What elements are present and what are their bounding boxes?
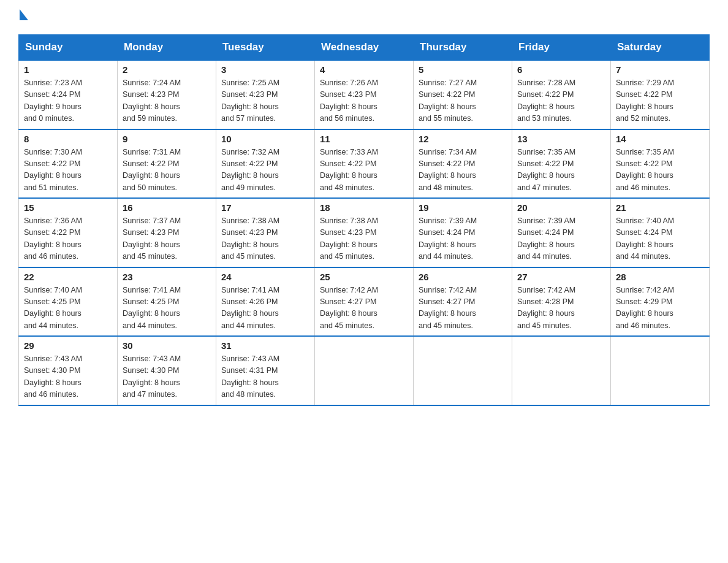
day-info: Sunrise: 7:43 AMSunset: 4:30 PMDaylight:… bbox=[24, 353, 112, 401]
calendar-cell: 24Sunrise: 7:41 AMSunset: 4:26 PMDayligh… bbox=[216, 267, 315, 337]
calendar-cell: 26Sunrise: 7:42 AMSunset: 4:27 PMDayligh… bbox=[414, 267, 512, 337]
day-info: Sunrise: 7:34 AMSunset: 4:22 PMDaylight:… bbox=[419, 147, 507, 194]
day-info: Sunrise: 7:43 AMSunset: 4:31 PMDaylight:… bbox=[221, 353, 309, 401]
day-info: Sunrise: 7:41 AMSunset: 4:25 PMDaylight:… bbox=[123, 285, 211, 332]
day-number: 18 bbox=[320, 202, 408, 213]
calendar-cell: 18Sunrise: 7:38 AMSunset: 4:23 PMDayligh… bbox=[315, 198, 414, 267]
day-info: Sunrise: 7:35 AMSunset: 4:22 PMDaylight:… bbox=[616, 147, 704, 194]
calendar-cell: 19Sunrise: 7:39 AMSunset: 4:24 PMDayligh… bbox=[414, 198, 512, 267]
calendar-week-row: 15Sunrise: 7:36 AMSunset: 4:22 PMDayligh… bbox=[19, 198, 710, 267]
calendar-cell: 22Sunrise: 7:40 AMSunset: 4:25 PMDayligh… bbox=[19, 267, 118, 337]
day-info: Sunrise: 7:36 AMSunset: 4:22 PMDaylight:… bbox=[24, 215, 112, 263]
weekday-header-wednesday: Wednesday bbox=[315, 35, 414, 61]
calendar-cell: 21Sunrise: 7:40 AMSunset: 4:24 PMDayligh… bbox=[611, 198, 710, 267]
day-info: Sunrise: 7:32 AMSunset: 4:22 PMDaylight:… bbox=[221, 147, 309, 194]
weekday-header-row: SundayMondayTuesdayWednesdayThursdayFrid… bbox=[19, 35, 710, 61]
day-number: 3 bbox=[221, 64, 309, 75]
calendar-cell: 1Sunrise: 7:23 AMSunset: 4:24 PMDaylight… bbox=[19, 60, 118, 129]
day-number: 12 bbox=[419, 134, 507, 144]
calendar-cell: 20Sunrise: 7:39 AMSunset: 4:24 PMDayligh… bbox=[512, 198, 611, 267]
day-number: 13 bbox=[517, 134, 605, 144]
day-info: Sunrise: 7:39 AMSunset: 4:24 PMDaylight:… bbox=[517, 215, 605, 263]
day-number: 6 bbox=[517, 64, 605, 75]
day-info: Sunrise: 7:42 AMSunset: 4:27 PMDaylight:… bbox=[419, 285, 507, 332]
day-info: Sunrise: 7:35 AMSunset: 4:22 PMDaylight:… bbox=[517, 147, 605, 194]
day-number: 17 bbox=[221, 202, 309, 213]
day-number: 23 bbox=[123, 272, 211, 282]
day-info: Sunrise: 7:41 AMSunset: 4:26 PMDaylight:… bbox=[221, 285, 309, 332]
weekday-header-saturday: Saturday bbox=[611, 35, 710, 61]
day-info: Sunrise: 7:26 AMSunset: 4:23 PMDaylight:… bbox=[320, 77, 408, 125]
calendar-cell: 29Sunrise: 7:43 AMSunset: 4:30 PMDayligh… bbox=[19, 336, 118, 405]
calendar-cell: 9Sunrise: 7:31 AMSunset: 4:22 PMDaylight… bbox=[118, 129, 216, 199]
calendar-cell: 28Sunrise: 7:42 AMSunset: 4:29 PMDayligh… bbox=[611, 267, 710, 337]
day-number: 10 bbox=[221, 134, 309, 144]
day-number: 24 bbox=[221, 272, 309, 282]
day-number: 19 bbox=[419, 202, 507, 213]
calendar-cell bbox=[414, 336, 512, 405]
calendar-cell: 13Sunrise: 7:35 AMSunset: 4:22 PMDayligh… bbox=[512, 129, 611, 199]
calendar-cell: 27Sunrise: 7:42 AMSunset: 4:28 PMDayligh… bbox=[512, 267, 611, 337]
calendar-cell: 11Sunrise: 7:33 AMSunset: 4:22 PMDayligh… bbox=[315, 129, 414, 199]
calendar-cell: 10Sunrise: 7:32 AMSunset: 4:22 PMDayligh… bbox=[216, 129, 315, 199]
day-info: Sunrise: 7:29 AMSunset: 4:22 PMDaylight:… bbox=[616, 77, 704, 125]
day-number: 11 bbox=[320, 134, 408, 144]
day-number: 16 bbox=[123, 202, 211, 213]
day-info: Sunrise: 7:24 AMSunset: 4:23 PMDaylight:… bbox=[123, 77, 211, 125]
day-info: Sunrise: 7:39 AMSunset: 4:24 PMDaylight:… bbox=[419, 215, 507, 263]
day-info: Sunrise: 7:42 AMSunset: 4:27 PMDaylight:… bbox=[320, 285, 408, 332]
calendar-cell: 3Sunrise: 7:25 AMSunset: 4:23 PMDaylight… bbox=[216, 60, 315, 129]
day-number: 30 bbox=[123, 340, 211, 351]
calendar-week-row: 29Sunrise: 7:43 AMSunset: 4:30 PMDayligh… bbox=[19, 336, 710, 405]
calendar-cell: 7Sunrise: 7:29 AMSunset: 4:22 PMDaylight… bbox=[611, 60, 710, 129]
day-number: 9 bbox=[123, 134, 211, 144]
logo bbox=[18, 12, 28, 23]
calendar-cell: 12Sunrise: 7:34 AMSunset: 4:22 PMDayligh… bbox=[414, 129, 512, 199]
calendar-cell bbox=[611, 336, 710, 405]
weekday-header-sunday: Sunday bbox=[19, 35, 118, 61]
day-number: 14 bbox=[616, 134, 704, 144]
weekday-header-friday: Friday bbox=[512, 35, 611, 61]
day-number: 8 bbox=[24, 134, 112, 144]
day-number: 29 bbox=[24, 340, 112, 351]
day-info: Sunrise: 7:40 AMSunset: 4:25 PMDaylight:… bbox=[24, 285, 112, 332]
calendar-cell: 23Sunrise: 7:41 AMSunset: 4:25 PMDayligh… bbox=[118, 267, 216, 337]
calendar-cell: 2Sunrise: 7:24 AMSunset: 4:23 PMDaylight… bbox=[118, 60, 216, 129]
day-info: Sunrise: 7:38 AMSunset: 4:23 PMDaylight:… bbox=[320, 215, 408, 263]
calendar-cell: 30Sunrise: 7:43 AMSunset: 4:30 PMDayligh… bbox=[118, 336, 216, 405]
calendar-cell: 6Sunrise: 7:28 AMSunset: 4:22 PMDaylight… bbox=[512, 60, 611, 129]
day-info: Sunrise: 7:33 AMSunset: 4:22 PMDaylight:… bbox=[320, 147, 408, 194]
calendar-week-row: 22Sunrise: 7:40 AMSunset: 4:25 PMDayligh… bbox=[19, 267, 710, 337]
day-number: 27 bbox=[517, 272, 605, 282]
calendar-week-row: 1Sunrise: 7:23 AMSunset: 4:24 PMDaylight… bbox=[19, 60, 710, 129]
day-info: Sunrise: 7:31 AMSunset: 4:22 PMDaylight:… bbox=[123, 147, 211, 194]
day-info: Sunrise: 7:23 AMSunset: 4:24 PMDaylight:… bbox=[24, 77, 112, 125]
day-number: 28 bbox=[616, 272, 704, 282]
calendar-cell: 4Sunrise: 7:26 AMSunset: 4:23 PMDaylight… bbox=[315, 60, 414, 129]
calendar-cell bbox=[315, 336, 414, 405]
day-number: 25 bbox=[320, 272, 408, 282]
calendar-cell: 16Sunrise: 7:37 AMSunset: 4:23 PMDayligh… bbox=[118, 198, 216, 267]
day-info: Sunrise: 7:43 AMSunset: 4:30 PMDaylight:… bbox=[123, 353, 211, 401]
calendar-table: SundayMondayTuesdayWednesdayThursdayFrid… bbox=[18, 34, 710, 406]
calendar-cell: 5Sunrise: 7:27 AMSunset: 4:22 PMDaylight… bbox=[414, 60, 512, 129]
day-info: Sunrise: 7:28 AMSunset: 4:22 PMDaylight:… bbox=[517, 77, 605, 125]
day-number: 2 bbox=[123, 64, 211, 75]
calendar-week-row: 8Sunrise: 7:30 AMSunset: 4:22 PMDaylight… bbox=[19, 129, 710, 199]
day-number: 7 bbox=[616, 64, 704, 75]
day-info: Sunrise: 7:27 AMSunset: 4:22 PMDaylight:… bbox=[419, 77, 507, 125]
day-number: 4 bbox=[320, 64, 408, 75]
day-number: 1 bbox=[24, 64, 112, 75]
day-info: Sunrise: 7:40 AMSunset: 4:24 PMDaylight:… bbox=[616, 215, 704, 263]
weekday-header-thursday: Thursday bbox=[414, 35, 512, 61]
day-info: Sunrise: 7:38 AMSunset: 4:23 PMDaylight:… bbox=[221, 215, 309, 263]
day-number: 22 bbox=[24, 272, 112, 282]
day-number: 21 bbox=[616, 202, 704, 213]
weekday-header-tuesday: Tuesday bbox=[216, 35, 315, 61]
calendar-cell: 25Sunrise: 7:42 AMSunset: 4:27 PMDayligh… bbox=[315, 267, 414, 337]
calendar-cell: 15Sunrise: 7:36 AMSunset: 4:22 PMDayligh… bbox=[19, 198, 118, 267]
calendar-cell: 17Sunrise: 7:38 AMSunset: 4:23 PMDayligh… bbox=[216, 198, 315, 267]
day-number: 15 bbox=[24, 202, 112, 213]
day-info: Sunrise: 7:42 AMSunset: 4:29 PMDaylight:… bbox=[616, 285, 704, 332]
day-number: 20 bbox=[517, 202, 605, 213]
